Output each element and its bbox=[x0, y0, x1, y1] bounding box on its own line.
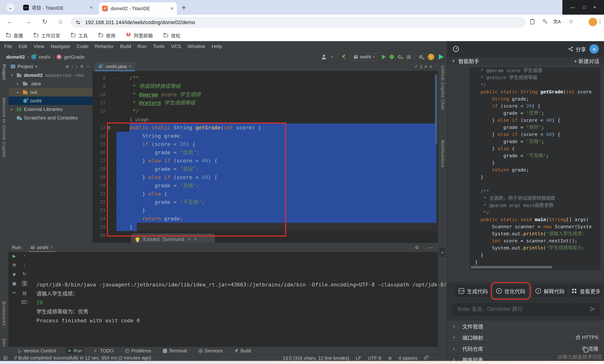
editor-line[interactable]: 16 grade = "优秀"; bbox=[93, 148, 438, 157]
editor-line[interactable]: 9 * 将成绩转换成等级 bbox=[93, 82, 438, 90]
menu-item[interactable]: Run bbox=[138, 44, 147, 49]
editor-line[interactable]: 1 usage bbox=[93, 115, 438, 124]
editor-tab-active[interactable]: ceshi.java × bbox=[95, 62, 135, 71]
assistant-action-button[interactable]: 生成代码 bbox=[455, 285, 491, 297]
fold-marker-icon[interactable]: ▴ bbox=[112, 157, 116, 165]
bookmark-star-icon[interactable]: ☆ bbox=[568, 18, 574, 25]
settings-gear-icon[interactable]: ⚙ bbox=[415, 245, 419, 250]
intention-actions-label[interactable]: Extract Surround bbox=[143, 237, 184, 242]
inspections-widget[interactable]: ✓ 1 ∧ ∨ bbox=[415, 64, 432, 69]
share-button[interactable]: 分享 bbox=[568, 45, 586, 53]
search-everywhere-icon[interactable] bbox=[419, 55, 422, 58]
editor-line[interactable]: 25 ▴ } bbox=[93, 223, 438, 231]
restart-icon[interactable]: ↻ bbox=[23, 271, 26, 277]
fold-marker-icon[interactable] bbox=[112, 132, 116, 140]
menu-item[interactable]: Edit bbox=[19, 44, 27, 49]
panel-section-row[interactable]: › 文件管理 bbox=[447, 321, 604, 331]
editor-line[interactable]: 13 @ ▾ public static String getGrade(int… bbox=[93, 124, 438, 132]
editor-line[interactable]: 18 grade = "良好"; bbox=[93, 165, 438, 173]
collapse-all-icon[interactable]: ↨ bbox=[76, 64, 78, 69]
stop-icon[interactable]: ■ bbox=[13, 272, 15, 277]
bookmark-item[interactable]: 工具 bbox=[71, 32, 88, 39]
editor-line[interactable]: 17 ▴ } else if (score < 40) { bbox=[93, 157, 438, 165]
project-tree-row[interactable]: Scratches and Consoles bbox=[9, 113, 92, 122]
floating-intention-toolbar[interactable]: Extract Surround » ≡ ⋮ bbox=[131, 234, 215, 243]
bookmark-item[interactable]: 阿里邮箱 bbox=[126, 32, 153, 39]
tool-window-switcher-icon[interactable] bbox=[4, 356, 7, 360]
horizontal-scrollbar-thumb[interactable] bbox=[471, 266, 552, 268]
editor-line[interactable]: 23 ▴ } bbox=[93, 206, 438, 214]
fold-marker-icon[interactable] bbox=[112, 214, 116, 223]
back-icon[interactable]: ← bbox=[7, 18, 13, 25]
menu-item[interactable]: Build bbox=[120, 44, 131, 49]
chevron-down-icon[interactable]: ▾ bbox=[331, 55, 332, 59]
debug-button[interactable] bbox=[390, 55, 393, 59]
reformat-icon[interactable]: ≡ bbox=[194, 237, 197, 242]
assistant-chat-area[interactable]: * @param score 学生成绩 * @return 学生成绩等级 */ … bbox=[447, 64, 604, 282]
gauge-icon[interactable] bbox=[453, 45, 460, 52]
editor-line[interactable]: 15 ▾ if (score < 20) { bbox=[93, 140, 438, 148]
fold-marker-icon[interactable] bbox=[112, 148, 116, 157]
encoding-widget[interactable]: UTF-8 bbox=[368, 355, 381, 361]
editor-line[interactable]: 21 ▴ } else { bbox=[93, 190, 438, 198]
bookmark-item[interactable]: 使用 bbox=[99, 32, 115, 39]
user-icon[interactable] bbox=[321, 55, 327, 59]
menu-item[interactable]: VCS bbox=[171, 44, 181, 49]
translate-icon[interactable]: 文A bbox=[553, 18, 561, 24]
new-tab-button[interactable]: + bbox=[182, 3, 186, 12]
close-icon[interactable]: × bbox=[593, 5, 596, 10]
prev-problem-icon[interactable]: ∧ bbox=[424, 64, 427, 69]
project-tree-row[interactable]: ▸ External Libraries bbox=[9, 105, 92, 113]
panel-section-row[interactable]: › 代码仓库 克隆 bbox=[447, 343, 604, 354]
menu-item[interactable]: Refactor bbox=[95, 44, 113, 49]
fold-marker-icon[interactable]: ▴ bbox=[112, 107, 116, 115]
more-actions-chevron-icon[interactable]: » bbox=[188, 237, 191, 242]
fold-marker-icon[interactable] bbox=[112, 181, 116, 190]
run-console-output[interactable]: /opt/jdk-8/bin/java -javaagent:/jetbrain… bbox=[37, 253, 436, 325]
editor-line[interactable]: 8 ▾ /** bbox=[93, 74, 438, 82]
assistant-action-button[interactable]: 解释代码 bbox=[533, 285, 567, 297]
fold-marker-icon[interactable]: ▾ bbox=[112, 124, 116, 132]
editor-line[interactable]: 11 * @return 学生成绩等级 bbox=[93, 99, 438, 107]
unlock-icon[interactable] bbox=[424, 357, 427, 359]
tool-window-project-button[interactable]: Project bbox=[1, 64, 7, 80]
down-stack-icon[interactable]: ↓ bbox=[24, 262, 26, 267]
editor-line[interactable]: 24 return grade; bbox=[93, 214, 438, 223]
editor-line[interactable]: 12 ▴ */ bbox=[93, 107, 438, 115]
url-bar[interactable]: 192.168.101.144/ide/web/coding/dome02/de… bbox=[70, 17, 526, 28]
stop-button[interactable] bbox=[407, 55, 411, 59]
line-separator-widget[interactable]: LF bbox=[356, 355, 361, 361]
clipboard-icon[interactable] bbox=[529, 18, 535, 25]
minimize-panel-icon[interactable]: — bbox=[428, 245, 433, 250]
run-button[interactable] bbox=[382, 55, 386, 59]
tab-search-button[interactable]: ⌄ bbox=[6, 3, 15, 12]
breadcrumb-method[interactable]: getGrade bbox=[64, 54, 85, 60]
menu-item[interactable]: File bbox=[4, 44, 12, 49]
tool-window-bookmarks-button[interactable]: Bookmarks bbox=[1, 301, 7, 326]
project-tree-row[interactable]: ▸ .idea bbox=[9, 79, 92, 88]
menu-item[interactable]: Navigate bbox=[50, 44, 70, 49]
bookmark-item[interactable]: 放松 bbox=[164, 32, 180, 39]
assistant-action-button[interactable]: 优化代码 bbox=[493, 285, 528, 297]
run-tab[interactable]: ceshi × bbox=[28, 243, 55, 252]
reload-icon[interactable]: ↻ bbox=[42, 18, 48, 25]
expand-chevron-icon[interactable]: ▸ bbox=[17, 82, 23, 86]
menu-item[interactable]: Help bbox=[212, 44, 222, 49]
exit-icon[interactable]: ↩ bbox=[12, 290, 16, 295]
browser-tab-inactive[interactable]: ‹t› 项目 - TitanIDE × bbox=[20, 2, 96, 13]
up-stack-icon[interactable]: ↑ bbox=[24, 253, 26, 259]
key-icon[interactable] bbox=[542, 18, 548, 25]
tool-window-button[interactable]: Problems bbox=[124, 348, 153, 354]
editor-line[interactable]: 10 * @param score 学生成绩 bbox=[93, 90, 438, 99]
lightbulb-icon[interactable] bbox=[136, 237, 139, 241]
project-tree-row[interactable]: ceshi bbox=[9, 97, 92, 105]
chevron-down-icon[interactable]: ▾ bbox=[35, 64, 37, 69]
breadcrumb-class[interactable]: ceshi bbox=[38, 54, 50, 60]
fold-marker-icon[interactable]: ▴ bbox=[112, 173, 116, 181]
locate-file-icon[interactable]: ⊕ bbox=[66, 64, 69, 69]
fold-marker-icon[interactable]: ▴ bbox=[112, 206, 116, 214]
editor-line[interactable]: 20 grade = "及格"; bbox=[93, 181, 438, 190]
menu-item[interactable]: Code bbox=[77, 44, 88, 49]
maximize-icon[interactable]: □ bbox=[583, 5, 585, 10]
caret-position-widget[interactable]: 13:5 (316 chars, 12 line breaks) bbox=[283, 355, 349, 361]
